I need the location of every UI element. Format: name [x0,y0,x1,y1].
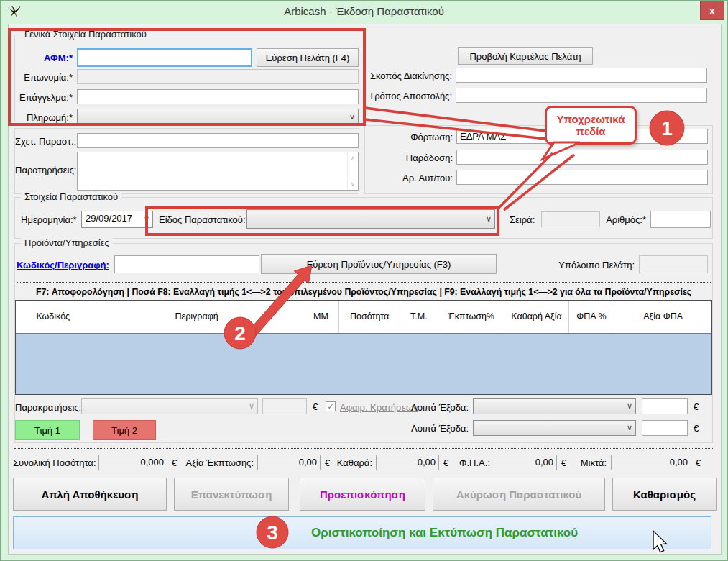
code-description-link[interactable]: Κωδικός/Περιγραφή: [17,260,109,270]
euro-sign: € [694,423,699,434]
scroll-down-icon[interactable]: ∨ [351,181,356,188]
section-products: Προϊόντα/Υπηρεσίες Κωδικός/Περιγραφή: Εύ… [14,243,713,443]
net-total-label: Καθαρά: [336,457,372,468]
clear-button[interactable]: Καθαρισμός [612,478,717,511]
col-header-code: Κωδικός [16,301,91,333]
related-doc-input[interactable] [77,133,359,148]
callout-required-fields-text: Υποχρεωτικά πεδία [547,113,635,138]
simple-save-button[interactable]: Απλή Αποθήκευση [13,478,167,511]
vehicle-number-input[interactable] [456,170,708,185]
titlebar: Arbicash - Έκδοση Παραστατικού x [1,1,727,24]
euro-sign: € [325,457,330,468]
total-quantity-label: Συνολική Ποσότητα: [13,457,96,468]
col-header-unit: ΜΜ [303,301,339,333]
euro-sign: € [172,457,177,468]
net-total-value: 0,00 [376,455,439,470]
col-header-quantity: Ποσότητα [339,301,400,333]
doc-type-select[interactable]: ∨ [246,209,495,229]
other-expenses-select-2[interactable]: ∨ [473,420,636,436]
other-expenses-label-2: Λοιπά Έξοδα: [407,423,469,434]
void-document-button: Ακύρωση Παραστατικού [433,478,605,511]
euro-sign: € [694,401,699,412]
chevron-down-icon: ∨ [486,214,492,223]
preview-button[interactable]: Προεπισκόπηση [300,478,425,511]
reprint-button: Επανεκτύπωση [174,478,289,511]
payment-label: Πληρωμή:* [15,112,73,123]
window-title: Arbicash - Έκδοση Παραστατικού [1,1,727,24]
col-header-vat-value: Αξία ΦΠΑ [614,301,711,333]
number-input[interactable] [650,211,711,228]
loading-label: Φόρτωση: [367,132,453,142]
notes-scrollbar[interactable]: ∧ ∨ [347,152,358,190]
date-value: 29/09/2017 [86,213,132,224]
fkeys-hint: F7: Αποφορολόγηση | Ποσά F8: Εναλλαγή τι… [15,287,712,297]
section-doc-details-title: Στοιχεία Παραστατικού [21,191,121,202]
code-description-input[interactable] [114,255,259,273]
col-header-description: Περιγραφή [91,301,303,333]
section-doc-details: Στοιχεία Παραστατικού Ημερομηνία:* 29/09… [14,197,713,239]
euro-sign: € [561,457,566,468]
vat-total-label: Φ.Π.Α.: [456,457,490,468]
company-name-label: Επωνυμία:* [15,72,73,83]
price2-button[interactable]: Τιμή 2 [93,420,156,440]
chevron-down-icon: ∨ [249,401,254,411]
vat-total-value: 0,00 [494,455,557,470]
other-expenses-select-1[interactable]: ∨ [473,398,636,414]
discount-value: 0,00 [257,455,321,470]
date-label: Ημερομηνία:* [21,214,77,225]
gross-total-value: 0,00 [611,455,691,470]
shipping-method-input[interactable] [456,88,707,103]
chevron-down-icon: ∨ [144,214,149,224]
date-select[interactable]: 29/09/2017 ∨ [81,211,153,228]
price1-button[interactable]: Τιμή 1 [15,420,80,440]
deduct-withholdings-checkbox: ✓ [326,401,336,411]
close-icon[interactable]: x [700,1,724,20]
section-doc-refs: Σχετ. Παραστ.: Παρατηρήσεις: ∧ ∨ [14,128,359,194]
app-window: Arbicash - Έκδοση Παραστατικού x Γενικά … [0,0,728,561]
other-expenses-amount-2[interactable] [642,420,688,436]
related-doc-label: Σχετ. Παραστ.: [15,136,73,147]
find-client-button[interactable]: Εύρεση Πελάτη (F4) [257,48,359,67]
euro-sign: € [443,457,448,468]
items-grid[interactable]: Κωδικός Περιγραφή ΜΜ Ποσότητα Τ.Μ. Έκπτω… [15,300,712,395]
section-shipping-details: Φόρτωση: Παράδοση: Αρ. Αυτ/του: [364,125,713,194]
finalize-print-button[interactable]: Οριστικοποίηση και Εκτύπωση Παραστατικού [13,516,711,549]
find-product-button[interactable]: Εύρεση Προϊόντος/Υπηρεσίας (F3) [261,254,497,274]
purpose-input[interactable] [456,68,707,83]
chevron-down-icon: ∨ [627,423,632,432]
gross-total-label: Μικτά: [573,457,607,468]
afm-input[interactable] [77,48,252,67]
client-balance-input [639,255,708,273]
other-expenses-amount-1[interactable] [642,398,688,414]
col-header-vat-pct: ΦΠΑ % [569,301,615,333]
number-label: Αριθμός:* [604,214,646,225]
purpose-label: Σκοπός Διακίνησης: [366,70,452,81]
shipping-method-label: Τρόπος Αποστολής: [366,91,452,101]
company-name-input [77,69,359,84]
euro-sign: € [696,457,701,468]
scroll-up-icon[interactable]: ∧ [351,155,356,162]
payment-select[interactable]: ∨ [77,109,359,125]
notes-label: Παρατηρήσεις: [15,165,73,175]
profession-label: Επάγγελμα:* [15,92,73,103]
col-header-unit-price: Τ.Μ. [400,301,438,333]
form-body: Γενικά Στοιχεία Παραστατικού ΑΦΜ:* Εύρεσ… [8,24,722,555]
profession-input[interactable] [77,89,359,104]
items-grid-header: Κωδικός Περιγραφή ΜΜ Ποσότητα Τ.Μ. Έκπτω… [16,301,711,334]
items-grid-body[interactable] [16,334,711,394]
section-general: Γενικά Στοιχεία Παραστατικού ΑΦΜ:* Εύρεσ… [14,35,359,122]
withholdings-select: ∨ [81,398,258,414]
section-products-title: Προϊόντα/Υπηρεσίες [21,237,113,248]
vehicle-number-label: Αρ. Αυτ/του: [367,173,453,183]
separator [17,282,711,283]
chevron-down-icon: ∨ [627,401,632,411]
series-label: Σειρά: [510,214,535,225]
discount-value-label: Αξία Έκπτωσης: [183,457,254,468]
delivery-input[interactable] [456,150,708,165]
callout-required-fields: Υποχρεωτικά πεδία [545,106,637,145]
total-quantity-value: 0,000 [98,455,167,470]
section-general-title: Γενικά Στοιχεία Παραστατικού [21,29,150,40]
notes-textarea[interactable]: ∧ ∨ [77,152,359,191]
view-client-card-button[interactable]: Προβολή Καρτέλας Πελάτη [458,47,593,65]
chevron-down-icon: ∨ [349,111,355,121]
